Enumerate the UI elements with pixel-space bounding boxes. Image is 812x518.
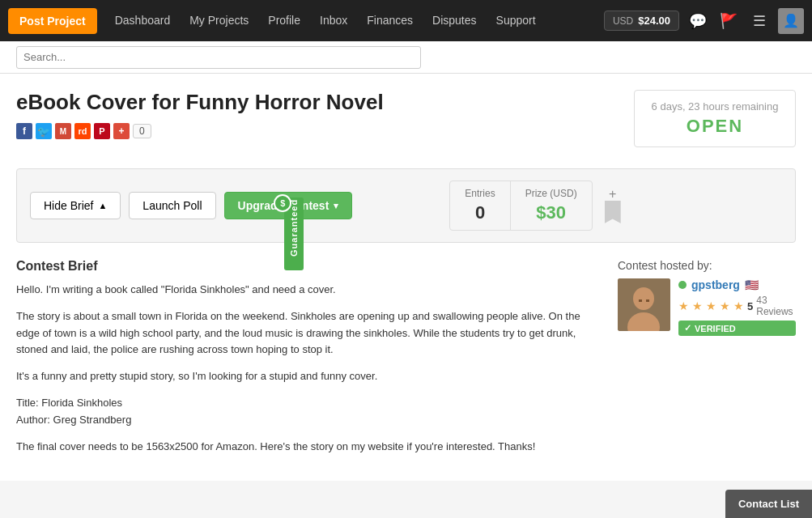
status-open: OPEN	[651, 116, 779, 137]
launch-poll-button[interactable]: Launch Poll	[129, 192, 215, 219]
hide-brief-button[interactable]: Hide Brief ▲	[30, 192, 121, 219]
host-avatar-row: gpstberg 🇺🇸 ★ ★ ★ ★ ★ 5 43 Reviews ✓	[618, 278, 796, 336]
share-count: 0	[133, 124, 151, 138]
host-reviews: 43 Reviews	[756, 295, 796, 317]
nav-profile[interactable]: Profile	[258, 0, 310, 41]
nav-dashboard[interactable]: Dashboard	[105, 0, 181, 41]
stars-row: ★ ★ ★ ★ ★ 5 43 Reviews	[678, 295, 796, 317]
search-bar-area	[0, 41, 812, 74]
host-name-row: gpstberg 🇺🇸	[678, 278, 796, 291]
host-flag-icon: 🇺🇸	[745, 278, 759, 291]
facebook-icon[interactable]: f	[16, 123, 32, 139]
host-info: gpstberg 🇺🇸 ★ ★ ★ ★ ★ 5 43 Reviews ✓	[678, 278, 796, 336]
brief-para-0: Hello. I'm writing a book called "Florid…	[16, 282, 593, 299]
bookmark-shape	[605, 201, 621, 223]
timer-text: 6 days, 23 hours remaining	[651, 100, 779, 113]
prize-cell: Prize (USD) $30	[511, 181, 592, 230]
host-online-indicator	[678, 281, 687, 289]
nav-disputes[interactable]: Disputes	[423, 0, 486, 41]
balance-amount: $24.00	[638, 15, 670, 27]
page-title: eBook Cover for Funny Horror Novel	[16, 90, 634, 115]
main-content: eBook Cover for Funny Horror Novel f 🐦 M…	[0, 74, 812, 168]
currency-label: USD	[613, 15, 633, 27]
nav-my-projects[interactable]: My Projects	[180, 0, 258, 41]
action-bar: Hide Brief ▲ Launch Poll Upgrade Contest…	[16, 168, 796, 243]
brief-left: Contest Brief Hello. I'm writing a book …	[16, 259, 593, 465]
star-5: ★	[733, 299, 744, 312]
gmail-icon[interactable]: M	[55, 123, 71, 139]
chat-icon[interactable]: 💬	[686, 9, 710, 33]
contact-list-button[interactable]: Contact List	[725, 490, 812, 518]
brief-para-2: It's a funny and pretty stupid story, so…	[16, 368, 593, 385]
nav-right: USD $24.00 💬 🚩 ☰ 👤	[604, 8, 804, 34]
pinterest-icon[interactable]: P	[94, 123, 110, 139]
svg-rect-3	[639, 299, 642, 302]
host-avatar	[618, 278, 670, 331]
brief-title: Contest Brief	[16, 259, 593, 274]
host-rating: 5	[747, 300, 753, 312]
nav-finances[interactable]: Finances	[357, 0, 423, 41]
brief-para-1: The story is about a small town in Flori…	[16, 308, 593, 359]
verified-badge: ✓ VERIFIED	[678, 321, 796, 336]
nav-inbox[interactable]: Inbox	[310, 0, 357, 41]
reddit-icon[interactable]: rd	[74, 123, 91, 139]
brief-para-4: The final cover needs to be 1563x2500 fo…	[16, 439, 593, 456]
host-name-link[interactable]: gpstberg	[691, 278, 740, 291]
check-icon: ✓	[684, 323, 691, 333]
brief-right: Contest hosted by: gpstberg	[618, 259, 796, 465]
bookmark-button[interactable]: +	[601, 189, 625, 222]
star-1: ★	[678, 299, 689, 312]
host-box: Contest hosted by: gpstberg	[618, 259, 796, 336]
star-3: ★	[706, 299, 716, 312]
nav-support[interactable]: Support	[487, 0, 546, 41]
social-bar: f 🐦 M rd P + 0	[16, 123, 634, 139]
star-4: ★	[720, 299, 730, 312]
stats-box: Entries 0 Prize (USD) $30	[449, 180, 592, 231]
menu-icon[interactable]: ☰	[747, 9, 772, 33]
currency-balance[interactable]: USD $24.00	[604, 11, 679, 31]
post-project-button[interactable]: Post Project	[8, 8, 97, 34]
twitter-icon[interactable]: 🐦	[36, 123, 52, 139]
search-input[interactable]	[16, 46, 421, 69]
brief-para-3: Title: Florida Sinkholes Author: Greg St…	[16, 395, 593, 429]
user-avatar[interactable]: 👤	[778, 8, 804, 34]
entries-cell: Entries 0	[450, 181, 510, 230]
brief-section: Contest Brief Hello. I'm writing a book …	[0, 243, 812, 481]
navbar: Post Project Dashboard My Projects Profi…	[0, 0, 812, 41]
notifications-icon[interactable]: 🚩	[716, 9, 741, 33]
googleplus-icon[interactable]: +	[113, 123, 130, 139]
svg-point-1	[633, 287, 654, 310]
timer-box: 6 days, 23 hours remaining OPEN	[634, 90, 796, 147]
verified-label: VERIFIED	[695, 324, 736, 333]
star-2: ★	[692, 299, 703, 312]
host-label: Contest hosted by:	[618, 259, 796, 272]
bookmark-plus-icon: +	[609, 188, 616, 201]
svg-rect-4	[646, 299, 649, 302]
nav-links: Dashboard My Projects Profile Inbox Fina…	[105, 0, 604, 41]
